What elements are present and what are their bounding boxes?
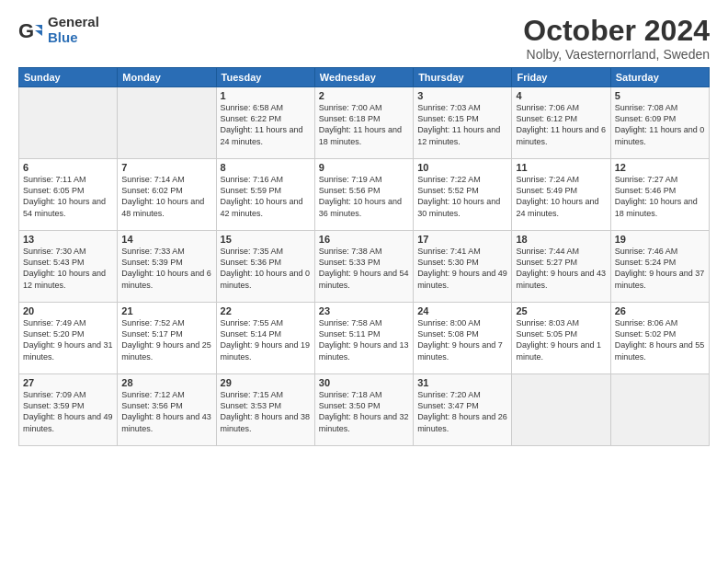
daylight-text: Daylight: 9 hours and 31 minutes. [23,339,113,362]
sunset-text: Sunset: 6:12 PM [516,113,606,124]
sunset-text: Sunset: 5:17 PM [121,328,211,339]
sunrise-text: Sunrise: 7:06 AM [516,102,606,113]
daylight-text: Daylight: 8 hours and 55 minutes. [615,339,705,362]
day-info: Sunrise: 7:30 AMSunset: 5:43 PMDaylight:… [23,246,113,291]
week-row-1: 1Sunrise: 6:58 AMSunset: 6:22 PMDaylight… [19,87,710,159]
day-number: 7 [121,162,211,173]
day-info: Sunrise: 7:46 AMSunset: 5:24 PMDaylight:… [615,246,705,291]
sunset-text: Sunset: 6:09 PM [615,113,705,124]
day-cell: 5Sunrise: 7:08 AMSunset: 6:09 PMDaylight… [610,87,709,159]
day-info: Sunrise: 6:58 AMSunset: 6:22 PMDaylight:… [221,102,311,147]
sunrise-text: Sunrise: 7:24 AM [516,174,606,185]
day-info: Sunrise: 7:19 AMSunset: 5:56 PMDaylight:… [319,174,409,219]
day-info: Sunrise: 7:09 AMSunset: 3:59 PMDaylight:… [23,389,113,434]
day-cell: 12Sunrise: 7:27 AMSunset: 5:46 PMDayligh… [610,159,709,231]
title-block: October 2024 Nolby, Vaesternorrland, Swe… [523,15,710,62]
day-cell: 1Sunrise: 6:58 AMSunset: 6:22 PMDaylight… [216,87,314,159]
sunrise-text: Sunrise: 7:18 AM [319,389,409,400]
calendar-page: G General Blue October 2024 Nolby, Vaest… [0,0,728,563]
day-cell: 11Sunrise: 7:24 AMSunset: 5:49 PMDayligh… [512,159,610,231]
daylight-text: Daylight: 10 hours and 48 minutes. [121,196,211,218]
day-info: Sunrise: 7:22 AMSunset: 5:52 PMDaylight:… [417,174,507,219]
logo: G General Blue [18,15,99,45]
month-title: October 2024 [523,15,710,47]
day-info: Sunrise: 7:27 AMSunset: 5:46 PMDaylight:… [615,174,705,219]
sunrise-text: Sunrise: 7:15 AM [221,389,311,400]
day-info: Sunrise: 7:52 AMSunset: 5:17 PMDaylight:… [121,317,211,362]
logo-general: General [48,15,99,30]
sunrise-text: Sunrise: 7:03 AM [417,102,507,113]
day-cell: 15Sunrise: 7:35 AMSunset: 5:36 PMDayligh… [216,231,314,303]
day-info: Sunrise: 7:14 AMSunset: 6:02 PMDaylight:… [121,174,211,219]
sunset-text: Sunset: 5:08 PM [417,328,507,339]
day-number: 12 [615,162,705,173]
daylight-text: Daylight: 9 hours and 7 minutes. [417,339,507,362]
day-cell: 17Sunrise: 7:41 AMSunset: 5:30 PMDayligh… [414,231,512,303]
sunrise-text: Sunrise: 7:55 AM [221,317,311,328]
day-number: 3 [417,90,507,101]
daylight-text: Daylight: 10 hours and 18 minutes. [615,196,705,218]
sunset-text: Sunset: 5:39 PM [121,257,211,268]
day-number: 21 [121,305,211,316]
day-number: 22 [221,305,311,316]
daylight-text: Daylight: 10 hours and 6 minutes. [121,268,211,290]
sunset-text: Sunset: 5:56 PM [319,185,409,196]
day-cell: 22Sunrise: 7:55 AMSunset: 5:14 PMDayligh… [216,303,314,374]
day-info: Sunrise: 7:58 AMSunset: 5:11 PMDaylight:… [319,317,409,362]
day-number: 31 [417,377,507,388]
header-sunday: Sunday [19,68,118,87]
header: G General Blue October 2024 Nolby, Vaest… [18,15,710,62]
day-cell: 27Sunrise: 7:09 AMSunset: 3:59 PMDayligh… [19,374,118,446]
sunrise-text: Sunrise: 7:38 AM [319,246,409,257]
sunset-text: Sunset: 5:02 PM [615,328,705,339]
sunset-text: Sunset: 6:02 PM [121,185,211,196]
daylight-text: Daylight: 10 hours and 0 minutes. [221,268,311,290]
day-number: 1 [221,90,311,101]
sunset-text: Sunset: 5:33 PM [319,257,409,268]
day-number: 8 [221,162,311,173]
day-number: 24 [417,305,507,316]
header-monday: Monday [118,68,216,87]
sunset-text: Sunset: 5:36 PM [221,257,311,268]
day-cell: 9Sunrise: 7:19 AMSunset: 5:56 PMDaylight… [314,159,413,231]
day-cell: 28Sunrise: 7:12 AMSunset: 3:56 PMDayligh… [118,374,216,446]
sunset-text: Sunset: 5:11 PM [319,328,409,339]
day-info: Sunrise: 7:18 AMSunset: 3:50 PMDaylight:… [319,389,409,434]
svg-text:G: G [18,19,34,42]
sunrise-text: Sunrise: 7:12 AM [121,389,211,400]
daylight-text: Daylight: 9 hours and 37 minutes. [615,268,705,290]
sunset-text: Sunset: 6:15 PM [417,113,507,124]
sunrise-text: Sunrise: 7:08 AM [615,102,705,113]
daylight-text: Daylight: 11 hours and 12 minutes. [417,124,507,146]
day-number: 19 [615,234,705,245]
sunrise-text: Sunrise: 7:44 AM [516,246,606,257]
week-row-5: 27Sunrise: 7:09 AMSunset: 3:59 PMDayligh… [19,374,710,446]
day-info: Sunrise: 7:00 AMSunset: 6:18 PMDaylight:… [319,102,409,147]
day-number: 28 [121,377,211,388]
day-cell: 7Sunrise: 7:14 AMSunset: 6:02 PMDaylight… [118,159,216,231]
day-info: Sunrise: 7:03 AMSunset: 6:15 PMDaylight:… [417,102,507,147]
sunrise-text: Sunrise: 7:58 AM [319,317,409,328]
day-number: 5 [615,90,705,101]
header-row: Sunday Monday Tuesday Wednesday Thursday… [19,68,710,87]
daylight-text: Daylight: 10 hours and 12 minutes. [23,268,113,290]
day-info: Sunrise: 7:55 AMSunset: 5:14 PMDaylight:… [221,317,311,362]
day-cell: 21Sunrise: 7:52 AMSunset: 5:17 PMDayligh… [118,303,216,374]
daylight-text: Daylight: 9 hours and 43 minutes. [516,268,606,290]
day-info: Sunrise: 7:11 AMSunset: 6:05 PMDaylight:… [23,174,113,219]
day-info: Sunrise: 7:35 AMSunset: 5:36 PMDaylight:… [221,246,311,291]
day-info: Sunrise: 7:06 AMSunset: 6:12 PMDaylight:… [516,102,606,147]
sunrise-text: Sunrise: 7:46 AM [615,246,705,257]
day-info: Sunrise: 8:06 AMSunset: 5:02 PMDaylight:… [615,317,705,362]
day-cell: 18Sunrise: 7:44 AMSunset: 5:27 PMDayligh… [512,231,610,303]
daylight-text: Daylight: 10 hours and 54 minutes. [23,196,113,218]
sunset-text: Sunset: 5:30 PM [417,257,507,268]
day-info: Sunrise: 7:33 AMSunset: 5:39 PMDaylight:… [121,246,211,291]
sunset-text: Sunset: 6:18 PM [319,113,409,124]
day-number: 26 [615,305,705,316]
daylight-text: Daylight: 9 hours and 25 minutes. [121,339,211,362]
week-row-4: 20Sunrise: 7:49 AMSunset: 5:20 PMDayligh… [19,303,710,374]
sunrise-text: Sunrise: 8:03 AM [516,317,606,328]
day-info: Sunrise: 8:03 AMSunset: 5:05 PMDaylight:… [516,317,606,362]
day-cell [118,87,216,159]
